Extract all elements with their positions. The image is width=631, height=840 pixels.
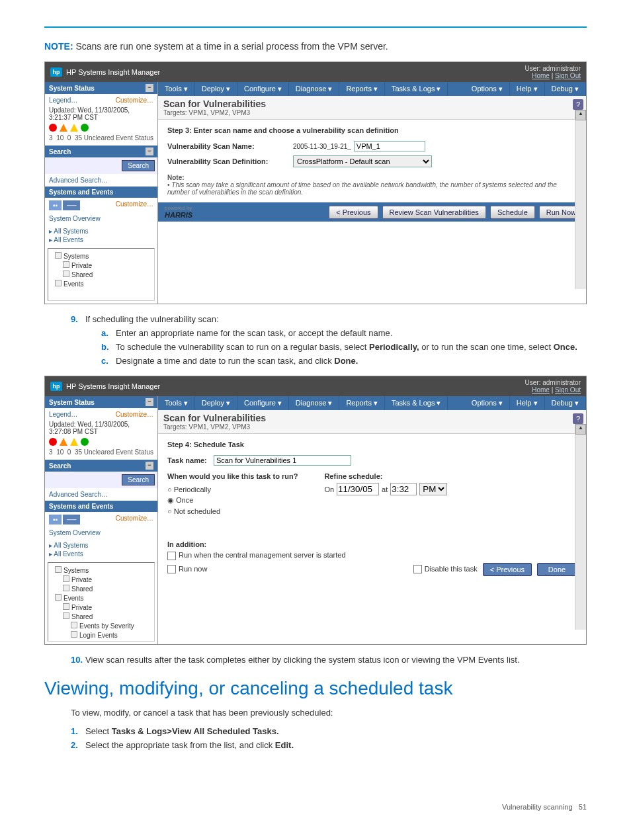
menu-options[interactable]: Options ▾: [465, 82, 510, 96]
customize-link[interactable]: Customize…: [116, 97, 153, 104]
content-title: Scan for Vulnerabilities: [163, 413, 581, 423]
scan-name-input[interactable]: [354, 141, 425, 151]
major-icon: [60, 124, 67, 132]
app-title: HP Systems Insight Manager: [66, 68, 160, 76]
customize-link[interactable]: Customize…: [116, 515, 153, 522]
systems-events-header: Systems and Events: [45, 187, 157, 198]
radio-periodically[interactable]: ○ Periodically: [167, 484, 298, 495]
step-9c: Designate a time and date to run the sca…: [101, 356, 587, 366]
system-overview-link[interactable]: System Overview: [49, 528, 153, 537]
home-link[interactable]: Home: [532, 72, 550, 79]
menu-reports[interactable]: Reports ▾: [339, 82, 385, 96]
previous-button[interactable]: < Previous: [483, 563, 532, 576]
minimize-icon[interactable]: −: [146, 84, 153, 92]
menu-options[interactable]: Options ▾: [465, 396, 510, 410]
legend-link[interactable]: Legend…: [49, 411, 77, 418]
checkbox-run-when[interactable]: Run when the central management server i…: [167, 551, 577, 560]
help-icon[interactable]: ?: [573, 413, 583, 424]
main-panel: Tools ▾ Deploy ▾ Configure ▾ Diagnose ▾ …: [158, 396, 586, 644]
content-targets: Targets: VPM1, VPM2, VPM3: [163, 109, 581, 116]
menu-configure[interactable]: Configure ▾: [237, 396, 289, 410]
menu-debug[interactable]: Debug ▾: [545, 396, 586, 410]
tab-icon[interactable]: ▪▪: [49, 515, 62, 525]
menu-deploy[interactable]: Deploy ▾: [195, 82, 237, 96]
system-status-header: System Status−: [45, 82, 157, 94]
customize-link[interactable]: Customize…: [116, 411, 153, 418]
advanced-search-link[interactable]: Advanced Search…: [49, 491, 108, 498]
ampm-select[interactable]: PM: [419, 483, 447, 495]
tree[interactable]: Systems Private Shared Events: [48, 248, 155, 301]
footer-bar: powered by HARRIS < Previous Review Scan…: [158, 202, 586, 222]
menu-debug[interactable]: Debug ▾: [545, 82, 586, 96]
all-systems-link[interactable]: ▸ All Systems: [49, 227, 153, 235]
menu-deploy[interactable]: Deploy ▾: [195, 396, 237, 410]
step-title: Step 3: Enter scan name and choose a vul…: [167, 126, 577, 134]
checkbox-run-now[interactable]: Run now: [167, 565, 207, 574]
app-titlebar: hp HP Systems Insight Manager User: admi…: [45, 376, 586, 396]
tree-shared: Shared: [52, 270, 150, 279]
menu-diagnose[interactable]: Diagnose ▾: [289, 82, 340, 96]
minimize-icon[interactable]: −: [146, 147, 153, 155]
search-button[interactable]: Search: [122, 474, 155, 485]
scrollbar[interactable]: ▲: [575, 110, 586, 289]
scan-def-select[interactable]: CrossPlatform - Default scan: [293, 155, 432, 167]
note-text: Scans are run one system at a time in a …: [75, 41, 388, 52]
normal-icon: [81, 438, 89, 446]
search-button[interactable]: Search: [122, 160, 155, 171]
all-events-link[interactable]: ▸ All Events: [49, 550, 153, 558]
menu-help[interactable]: Help ▾: [510, 82, 545, 96]
legend-link[interactable]: Legend…: [49, 97, 77, 104]
final-steps: Select Tasks & Logs>View All Scheduled T…: [44, 726, 587, 750]
signout-link[interactable]: Sign Out: [555, 72, 581, 79]
normal-icon: [81, 124, 89, 132]
customize-link[interactable]: Customize…: [116, 200, 153, 208]
all-events-link[interactable]: ▸ All Events: [49, 235, 153, 244]
menu-tools[interactable]: Tools ▾: [158, 82, 195, 96]
checkbox-disable[interactable]: Disable this task: [413, 565, 478, 574]
advanced-search-link[interactable]: Advanced Search…: [49, 177, 108, 184]
step-list: If scheduling the vulnerability scan: En…: [44, 314, 587, 366]
help-icon[interactable]: ?: [573, 99, 583, 110]
critical-icon: [49, 438, 57, 446]
tab-icon[interactable]: ──: [63, 200, 80, 210]
tab-icon[interactable]: ▪▪: [49, 200, 62, 210]
scan-name-label: Vulnerability Scan Name:: [167, 142, 293, 150]
search-box: Search: [45, 472, 157, 488]
review-button[interactable]: Review Scan Vulnerabilities: [382, 206, 486, 219]
minimize-icon[interactable]: −: [146, 462, 153, 470]
all-systems-link[interactable]: ▸ All Systems: [49, 541, 153, 550]
tab-icon[interactable]: ──: [63, 515, 80, 525]
home-link[interactable]: Home: [532, 386, 550, 394]
status-icons: [49, 124, 153, 132]
taskname-input[interactable]: [214, 455, 351, 466]
done-button[interactable]: Done: [537, 563, 577, 576]
menu-diagnose[interactable]: Diagnose ▾: [289, 396, 340, 410]
schedule-button[interactable]: Schedule: [490, 206, 535, 219]
menu-configure[interactable]: Configure ▾: [237, 82, 289, 96]
user-info: User: administrator Home | Sign Out: [525, 379, 581, 394]
signout-link[interactable]: Sign Out: [555, 386, 581, 394]
section-heading: Viewing, modifying, or canceling a sched…: [44, 678, 587, 699]
radio-once[interactable]: ◉ Once: [167, 495, 298, 506]
content-title: Scan for Vulnerabilities: [163, 99, 581, 109]
menu-tasks[interactable]: Tasks & Logs ▾: [385, 82, 448, 96]
menu-tasks[interactable]: Tasks & Logs ▾: [385, 396, 448, 410]
menu-reports[interactable]: Reports ▾: [339, 396, 385, 410]
menu-tools[interactable]: Tools ▾: [158, 396, 195, 410]
radio-not-scheduled[interactable]: ○ Not scheduled: [167, 506, 298, 517]
scrollbar[interactable]: ▲: [575, 424, 586, 630]
previous-button[interactable]: < Previous: [329, 206, 378, 219]
date-input[interactable]: [337, 483, 379, 495]
system-overview-link[interactable]: System Overview: [49, 214, 153, 223]
menu-help[interactable]: Help ▾: [510, 396, 545, 410]
hp-logo-icon: hp: [50, 67, 62, 77]
tree[interactable]: Systems Private Shared Events Private Sh…: [48, 562, 155, 642]
minimize-icon[interactable]: −: [146, 398, 153, 406]
menubar: Tools ▾ Deploy ▾ Configure ▾ Diagnose ▾ …: [158, 82, 586, 96]
time-input[interactable]: [390, 483, 417, 495]
in-addition-label: In addition:: [167, 540, 577, 548]
note-block: Note: • This scan may take a significant…: [167, 174, 577, 196]
scan-def-label: Vulnerability Scan Definition:: [167, 157, 293, 165]
screenshot-step4: hp HP Systems Insight Manager User: admi…: [44, 376, 587, 645]
minor-icon: [70, 124, 78, 132]
